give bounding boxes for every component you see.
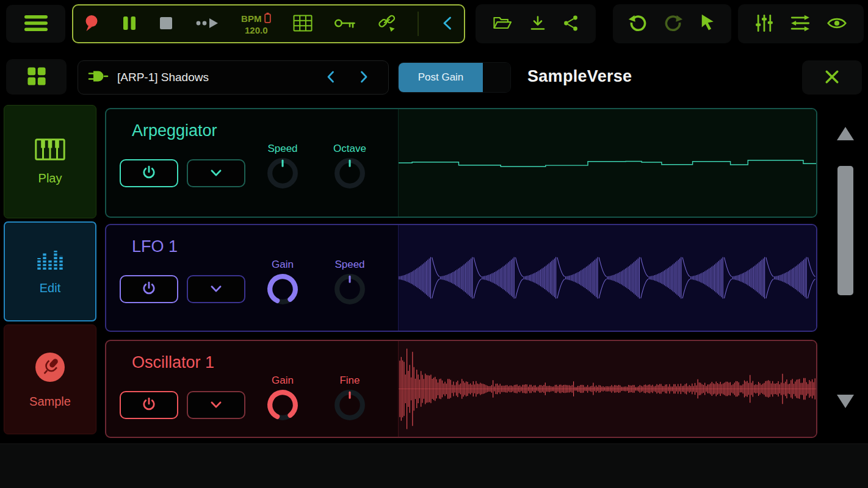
step-play-button[interactable]: [195, 16, 220, 32]
import-button[interactable]: [529, 15, 546, 33]
knob-group: Octave: [324, 143, 376, 191]
waveform-display[interactable]: [398, 225, 816, 331]
knob-label: Octave: [333, 143, 366, 155]
knob-label: Gain: [272, 259, 294, 271]
bpm-display[interactable]: BPM 120.0: [241, 12, 271, 36]
chevron-down-icon: [208, 281, 224, 298]
bpm-value: 120.0: [245, 25, 268, 35]
piano-icon: [35, 138, 65, 162]
equalizer-icon: [36, 248, 64, 272]
share-button[interactable]: [563, 15, 579, 34]
sidebar-label: Sample: [29, 395, 71, 409]
post-gain-toggle[interactable]: Post Gain: [398, 62, 511, 93]
post-gain-inactive-segment[interactable]: [483, 63, 510, 92]
collapse-transport-button[interactable]: [441, 15, 454, 33]
sidebar-item-sample[interactable]: Sample: [4, 325, 96, 434]
view-button-group: [738, 4, 864, 43]
pointer-tool-button[interactable]: [698, 13, 717, 35]
stop-button[interactable]: [159, 16, 173, 32]
gain-knob[interactable]: [265, 271, 300, 307]
expand-button[interactable]: [187, 275, 245, 303]
pause-icon: [121, 15, 137, 34]
close-button[interactable]: [802, 60, 862, 95]
octave-knob[interactable]: [332, 156, 367, 191]
open-project-button[interactable]: [493, 15, 512, 33]
stop-icon: [159, 16, 173, 32]
power-button[interactable]: [120, 391, 178, 419]
post-gain-active-segment[interactable]: Post Gain: [399, 63, 483, 92]
power-icon: [141, 281, 157, 298]
key-icon: [334, 17, 356, 31]
faders-icon: [755, 14, 773, 34]
waveform-display[interactable]: [398, 341, 816, 437]
knob-group: Speed: [256, 143, 309, 191]
knob-group: Speed: [324, 259, 376, 307]
x-icon: [823, 68, 841, 87]
expand-button[interactable]: [187, 391, 245, 419]
gain-knob[interactable]: [265, 387, 300, 423]
module-controls: Arpeggiator Speed Octave: [106, 109, 398, 217]
grid-button[interactable]: [293, 15, 313, 34]
module-title: LFO 1: [132, 237, 398, 256]
pause-button[interactable]: [121, 15, 137, 34]
battery-icon: [264, 12, 271, 25]
folder-open-icon: [493, 15, 512, 33]
prev-plugin-button[interactable]: [325, 70, 337, 86]
power-button[interactable]: [120, 275, 178, 303]
redo-button[interactable]: [663, 13, 684, 35]
chevron-right-icon: [358, 70, 370, 86]
undo-button[interactable]: [627, 13, 648, 35]
chevron-left-icon: [325, 70, 337, 86]
faders-button[interactable]: [755, 14, 773, 34]
knob-label: Speed: [267, 143, 297, 155]
sidebar-item-edit[interactable]: Edit: [4, 221, 96, 321]
hamburger-icon: [23, 14, 49, 34]
mixer-button[interactable]: [790, 15, 810, 34]
speed-knob[interactable]: [265, 156, 300, 191]
page-title: SampleVerse: [527, 67, 632, 86]
triangle-down-icon: [836, 401, 855, 411]
bottom-toolbar: [0, 443, 868, 488]
edit-button-group: [613, 4, 731, 43]
module-controls: LFO 1 Gain Speed: [106, 225, 398, 331]
speed-knob[interactable]: [332, 271, 367, 307]
module-title: Arpeggiator: [132, 121, 398, 140]
knob-group: Gain: [256, 259, 309, 307]
plugin-name: [ARP-1] Shadows: [117, 71, 209, 84]
chevron-down-icon: [208, 396, 224, 414]
cursor-icon: [698, 13, 717, 35]
expand-button[interactable]: [187, 159, 245, 187]
undo-icon: [627, 13, 648, 35]
record-pin-icon: [83, 14, 99, 34]
dots-play-icon: [195, 16, 220, 32]
knob-label: Fine: [339, 375, 360, 387]
sidebar-item-play[interactable]: Play: [4, 105, 96, 218]
next-plugin-button[interactable]: [358, 70, 370, 86]
module-controls: Oscillator 1 Gain Fine: [106, 341, 398, 437]
plugin-selector[interactable]: [ARP-1] Shadows: [78, 60, 389, 95]
scroll-down-button[interactable]: [836, 394, 855, 411]
triangle-up-icon: [836, 134, 855, 143]
sidebar-label: Edit: [40, 281, 60, 295]
fine-knob[interactable]: [332, 387, 367, 423]
knob-group: Gain: [256, 375, 309, 423]
knob-group: Fine: [324, 375, 376, 423]
chevron-down-icon: [208, 165, 224, 182]
power-button[interactable]: [120, 159, 178, 187]
microphone-icon: [34, 351, 67, 386]
waveform: [399, 225, 816, 331]
apps-button[interactable]: [6, 59, 67, 95]
record-button[interactable]: [83, 14, 99, 34]
waveform: [399, 341, 816, 437]
key-button[interactable]: [334, 17, 356, 31]
scrollbar-thumb[interactable]: [837, 166, 853, 295]
transport-divider: [418, 12, 419, 36]
grid-icon: [293, 15, 313, 34]
eye-icon: [827, 16, 847, 32]
link-button[interactable]: [378, 13, 396, 35]
file-button-group: [476, 4, 596, 43]
scroll-up-button[interactable]: [836, 126, 855, 143]
waveform-display[interactable]: [398, 109, 816, 217]
visibility-button[interactable]: [827, 16, 847, 32]
menu-button[interactable]: [6, 5, 65, 43]
